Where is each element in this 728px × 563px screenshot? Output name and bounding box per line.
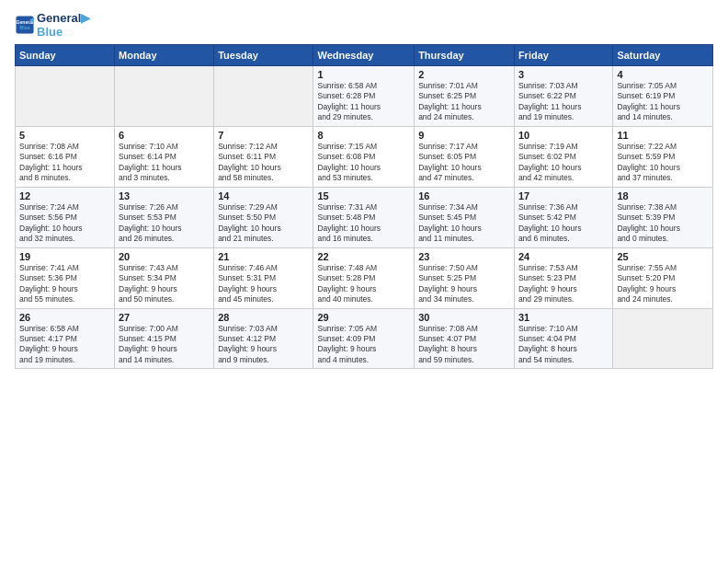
week-row-5: 26Sunrise: 6:58 AM Sunset: 4:17 PM Dayli… bbox=[16, 308, 713, 369]
day-cell: 25Sunrise: 7:55 AM Sunset: 5:20 PM Dayli… bbox=[613, 247, 713, 308]
day-cell: 7Sunrise: 7:12 AM Sunset: 6:11 PM Daylig… bbox=[214, 126, 313, 187]
weekday-header-friday: Friday bbox=[514, 45, 612, 66]
day-cell: 18Sunrise: 7:38 AM Sunset: 5:39 PM Dayli… bbox=[613, 187, 713, 247]
day-number: 22 bbox=[317, 251, 410, 262]
day-info: Sunrise: 7:08 AM Sunset: 4:07 PM Dayligh… bbox=[418, 324, 510, 366]
day-cell: 23Sunrise: 7:50 AM Sunset: 5:25 PM Dayli… bbox=[415, 247, 515, 308]
day-number: 3 bbox=[518, 69, 609, 80]
day-info: Sunrise: 7:46 AM Sunset: 5:31 PM Dayligh… bbox=[218, 263, 309, 305]
day-cell: 1Sunrise: 6:58 AM Sunset: 6:28 PM Daylig… bbox=[313, 66, 415, 127]
day-number: 23 bbox=[418, 251, 510, 262]
day-info: Sunrise: 7:01 AM Sunset: 6:25 PM Dayligh… bbox=[418, 81, 510, 123]
day-cell: 29Sunrise: 7:05 AM Sunset: 4:09 PM Dayli… bbox=[313, 308, 415, 369]
day-cell: 14Sunrise: 7:29 AM Sunset: 5:50 PM Dayli… bbox=[214, 187, 313, 247]
day-number: 6 bbox=[119, 130, 210, 141]
day-cell: 2Sunrise: 7:01 AM Sunset: 6:25 PM Daylig… bbox=[415, 66, 515, 127]
day-cell: 8Sunrise: 7:15 AM Sunset: 6:08 PM Daylig… bbox=[313, 126, 415, 187]
day-number: 14 bbox=[218, 190, 309, 201]
day-info: Sunrise: 7:26 AM Sunset: 5:53 PM Dayligh… bbox=[119, 202, 210, 245]
calendar-table: SundayMondayTuesdayWednesdayThursdayFrid… bbox=[15, 44, 713, 369]
day-cell: 21Sunrise: 7:46 AM Sunset: 5:31 PM Dayli… bbox=[214, 247, 313, 308]
day-number: 19 bbox=[19, 251, 110, 262]
day-info: Sunrise: 7:03 AM Sunset: 4:12 PM Dayligh… bbox=[218, 324, 309, 366]
day-cell bbox=[16, 66, 115, 127]
day-info: Sunrise: 7:36 AM Sunset: 5:42 PM Dayligh… bbox=[518, 202, 609, 245]
day-number: 5 bbox=[19, 130, 110, 141]
logo: General Blue General▶ Blue bbox=[15, 11, 90, 39]
day-info: Sunrise: 7:50 AM Sunset: 5:25 PM Dayligh… bbox=[418, 263, 510, 305]
day-info: Sunrise: 7:48 AM Sunset: 5:28 PM Dayligh… bbox=[317, 263, 410, 305]
day-info: Sunrise: 7:15 AM Sunset: 6:08 PM Dayligh… bbox=[317, 142, 410, 184]
weekday-header-thursday: Thursday bbox=[415, 45, 515, 66]
day-info: Sunrise: 7:24 AM Sunset: 5:56 PM Dayligh… bbox=[19, 202, 110, 245]
day-info: Sunrise: 7:43 AM Sunset: 5:34 PM Dayligh… bbox=[119, 263, 210, 305]
day-info: Sunrise: 6:58 AM Sunset: 6:28 PM Dayligh… bbox=[317, 81, 410, 123]
day-number: 4 bbox=[617, 69, 709, 80]
weekday-header-row: SundayMondayTuesdayWednesdayThursdayFrid… bbox=[16, 45, 713, 66]
day-number: 11 bbox=[617, 130, 709, 141]
day-cell: 9Sunrise: 7:17 AM Sunset: 6:05 PM Daylig… bbox=[415, 126, 515, 187]
day-info: Sunrise: 7:31 AM Sunset: 5:48 PM Dayligh… bbox=[317, 202, 410, 245]
logo-text: General▶ Blue bbox=[37, 11, 90, 39]
svg-text:Blue: Blue bbox=[19, 25, 29, 30]
weekday-header-wednesday: Wednesday bbox=[313, 45, 415, 66]
day-number: 15 bbox=[317, 190, 410, 201]
day-cell: 17Sunrise: 7:36 AM Sunset: 5:42 PM Dayli… bbox=[514, 187, 612, 247]
day-cell bbox=[115, 66, 214, 127]
day-cell: 6Sunrise: 7:10 AM Sunset: 6:14 PM Daylig… bbox=[115, 126, 214, 187]
logo-icon: General Blue bbox=[15, 15, 35, 35]
day-cell: 30Sunrise: 7:08 AM Sunset: 4:07 PM Dayli… bbox=[415, 308, 515, 369]
header: General Blue General▶ Blue bbox=[15, 11, 713, 39]
day-cell: 31Sunrise: 7:10 AM Sunset: 4:04 PM Dayli… bbox=[514, 308, 612, 369]
day-cell: 27Sunrise: 7:00 AM Sunset: 4:15 PM Dayli… bbox=[115, 308, 214, 369]
day-info: Sunrise: 7:22 AM Sunset: 5:59 PM Dayligh… bbox=[617, 142, 709, 184]
day-info: Sunrise: 7:12 AM Sunset: 6:11 PM Dayligh… bbox=[218, 142, 309, 184]
day-cell: 22Sunrise: 7:48 AM Sunset: 5:28 PM Dayli… bbox=[313, 247, 415, 308]
week-row-3: 12Sunrise: 7:24 AM Sunset: 5:56 PM Dayli… bbox=[16, 187, 713, 247]
day-cell: 5Sunrise: 7:08 AM Sunset: 6:16 PM Daylig… bbox=[16, 126, 115, 187]
day-info: Sunrise: 7:19 AM Sunset: 6:02 PM Dayligh… bbox=[518, 142, 609, 184]
day-cell: 4Sunrise: 7:05 AM Sunset: 6:19 PM Daylig… bbox=[613, 66, 713, 127]
day-number: 17 bbox=[518, 190, 609, 201]
day-number: 26 bbox=[19, 312, 110, 323]
day-cell: 11Sunrise: 7:22 AM Sunset: 5:59 PM Dayli… bbox=[613, 126, 713, 187]
day-number: 1 bbox=[317, 69, 410, 80]
week-row-1: 1Sunrise: 6:58 AM Sunset: 6:28 PM Daylig… bbox=[16, 66, 713, 127]
day-info: Sunrise: 7:08 AM Sunset: 6:16 PM Dayligh… bbox=[19, 142, 110, 184]
week-row-4: 19Sunrise: 7:41 AM Sunset: 5:36 PM Dayli… bbox=[16, 247, 713, 308]
day-number: 30 bbox=[418, 312, 510, 323]
day-number: 29 bbox=[317, 312, 410, 323]
day-number: 20 bbox=[119, 251, 210, 262]
weekday-header-saturday: Saturday bbox=[613, 45, 713, 66]
weekday-header-monday: Monday bbox=[115, 45, 214, 66]
day-info: Sunrise: 7:10 AM Sunset: 6:14 PM Dayligh… bbox=[119, 142, 210, 184]
day-info: Sunrise: 7:05 AM Sunset: 4:09 PM Dayligh… bbox=[317, 324, 410, 366]
day-info: Sunrise: 7:10 AM Sunset: 4:04 PM Dayligh… bbox=[518, 324, 609, 366]
day-number: 25 bbox=[617, 251, 709, 262]
weekday-header-sunday: Sunday bbox=[16, 45, 115, 66]
day-number: 12 bbox=[19, 190, 110, 201]
day-number: 9 bbox=[418, 130, 510, 141]
day-info: Sunrise: 7:38 AM Sunset: 5:39 PM Dayligh… bbox=[617, 202, 709, 245]
day-info: Sunrise: 7:53 AM Sunset: 5:23 PM Dayligh… bbox=[518, 263, 609, 305]
day-number: 31 bbox=[518, 312, 609, 323]
day-cell: 26Sunrise: 6:58 AM Sunset: 4:17 PM Dayli… bbox=[16, 308, 115, 369]
day-number: 2 bbox=[418, 69, 510, 80]
day-info: Sunrise: 7:29 AM Sunset: 5:50 PM Dayligh… bbox=[218, 202, 309, 245]
day-cell: 3Sunrise: 7:03 AM Sunset: 6:22 PM Daylig… bbox=[514, 66, 612, 127]
day-number: 27 bbox=[119, 312, 210, 323]
week-row-2: 5Sunrise: 7:08 AM Sunset: 6:16 PM Daylig… bbox=[16, 126, 713, 187]
day-number: 21 bbox=[218, 251, 309, 262]
day-cell bbox=[214, 66, 313, 127]
day-info: Sunrise: 7:05 AM Sunset: 6:19 PM Dayligh… bbox=[617, 81, 709, 123]
day-number: 28 bbox=[218, 312, 309, 323]
day-info: Sunrise: 7:41 AM Sunset: 5:36 PM Dayligh… bbox=[19, 263, 110, 305]
day-number: 24 bbox=[518, 251, 609, 262]
day-info: Sunrise: 6:58 AM Sunset: 4:17 PM Dayligh… bbox=[19, 324, 110, 366]
day-number: 8 bbox=[317, 130, 410, 141]
day-cell: 12Sunrise: 7:24 AM Sunset: 5:56 PM Dayli… bbox=[16, 187, 115, 247]
weekday-header-tuesday: Tuesday bbox=[214, 45, 313, 66]
day-info: Sunrise: 7:34 AM Sunset: 5:45 PM Dayligh… bbox=[418, 202, 510, 245]
day-info: Sunrise: 7:17 AM Sunset: 6:05 PM Dayligh… bbox=[418, 142, 510, 184]
day-number: 7 bbox=[218, 130, 309, 141]
